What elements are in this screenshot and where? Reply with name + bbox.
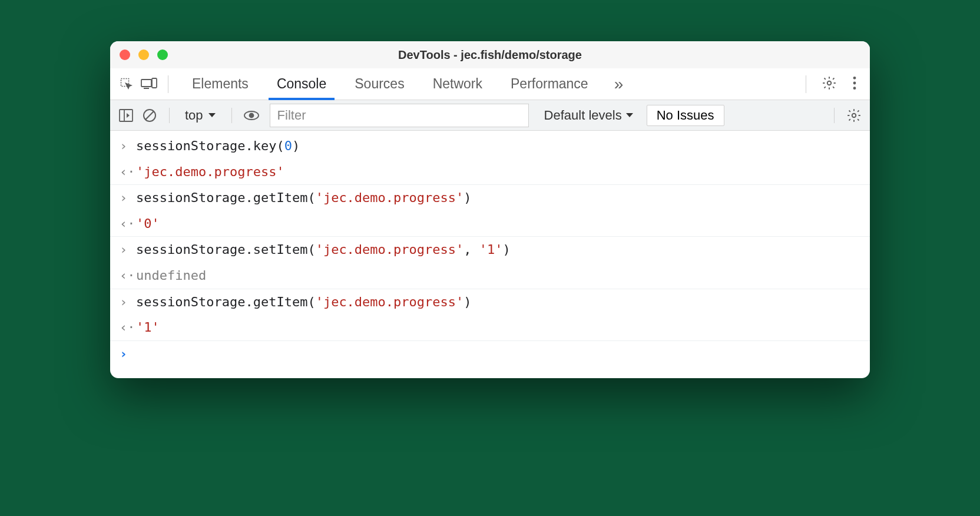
svg-rect-1: [141, 80, 151, 87]
console-gutter-icon: ›: [120, 186, 136, 210]
console-code: '1': [136, 316, 160, 339]
svg-line-11: [145, 111, 154, 120]
svg-rect-3: [152, 78, 157, 88]
context-label: top: [185, 108, 203, 123]
console-gutter-icon: ›: [120, 290, 136, 314]
console-gutter-icon: ›: [120, 342, 136, 366]
console-row-input: ›sessionStorage.getItem('jec.demo.progre…: [110, 185, 870, 211]
console-code: sessionStorage.getItem('jec.demo.progres…: [136, 290, 472, 314]
traffic-lights: [120, 49, 168, 60]
svg-point-13: [249, 113, 253, 117]
tab-console[interactable]: Console: [263, 68, 340, 100]
tab-elements[interactable]: Elements: [178, 68, 263, 100]
console-code: sessionStorage.key(0): [136, 134, 300, 158]
console-row-output: ‹·'jec.demo.progress': [110, 159, 870, 186]
console-code: undefined: [136, 264, 206, 287]
console-gutter-icon: ‹·: [120, 316, 136, 339]
clear-console-icon[interactable]: [140, 105, 160, 125]
execution-context-select[interactable]: top: [179, 107, 222, 124]
console-code: 'jec.demo.progress': [136, 160, 284, 184]
settings-gear-icon[interactable]: [816, 75, 843, 93]
divider: [231, 108, 232, 123]
console-gutter-icon: ›: [120, 134, 136, 158]
console-row-prompt: ›: [110, 341, 870, 367]
tab-performance[interactable]: Performance: [496, 68, 602, 100]
console-code: '0': [136, 212, 160, 236]
console-row-input: ›sessionStorage.getItem('jec.demo.progre…: [110, 289, 870, 315]
maximize-window-button[interactable]: [157, 49, 168, 60]
console-row-input: ›sessionStorage.key(0): [110, 133, 870, 159]
inspect-element-icon[interactable]: [117, 75, 136, 94]
console-code: sessionStorage.getItem('jec.demo.progres…: [136, 186, 472, 210]
issues-button[interactable]: No Issues: [647, 105, 724, 126]
console-row-output: ‹·'1': [110, 315, 870, 341]
device-toolbar-icon[interactable]: [140, 75, 158, 94]
console-gutter-icon: ›: [120, 238, 136, 262]
console-row-input: ›sessionStorage.setItem('jec.demo.progre…: [110, 237, 870, 263]
minimize-window-button[interactable]: [138, 49, 149, 60]
svg-rect-8: [120, 110, 133, 121]
svg-point-14: [852, 113, 856, 117]
console-gutter-icon: ‹·: [120, 264, 136, 287]
svg-point-6: [853, 81, 856, 84]
console-settings-gear-icon[interactable]: [844, 105, 864, 125]
window-title: DevTools - jec.fish/demo/storage: [110, 48, 870, 62]
console-output[interactable]: ›sessionStorage.key(0)‹·'jec.demo.progre…: [110, 131, 870, 378]
console-code: sessionStorage.setItem('jec.demo.progres…: [136, 238, 511, 262]
console-filter-input[interactable]: [270, 104, 529, 127]
devtools-window: DevTools - jec.fish/demo/storage Element…: [110, 41, 870, 378]
console-row-output: ‹·'0': [110, 211, 870, 237]
svg-point-7: [853, 87, 856, 90]
divider: [806, 75, 806, 93]
tab-network[interactable]: Network: [419, 68, 496, 100]
levels-label: Default levels: [544, 108, 622, 123]
kebab-menu-icon[interactable]: [846, 75, 863, 93]
divider: [834, 108, 835, 123]
divider: [169, 108, 170, 123]
devtools-tabs: ElementsConsoleSourcesNetworkPerformance…: [110, 68, 870, 100]
divider: [168, 75, 168, 93]
svg-point-5: [853, 76, 856, 79]
titlebar: DevTools - jec.fish/demo/storage: [110, 41, 870, 68]
toggle-sidebar-icon[interactable]: [116, 105, 136, 125]
live-expression-icon[interactable]: [241, 105, 261, 125]
chevron-down-icon: [208, 113, 216, 118]
console-toolbar: top Default levels No Issues: [110, 100, 870, 131]
chevron-down-icon: [625, 113, 634, 118]
console-row-output: ‹·undefined: [110, 263, 870, 289]
console-gutter-icon: ‹·: [120, 160, 136, 184]
more-tabs-button[interactable]: »: [606, 75, 632, 94]
console-gutter-icon: ‹·: [120, 212, 136, 236]
tab-sources[interactable]: Sources: [340, 68, 418, 100]
log-levels-select[interactable]: Default levels: [544, 108, 634, 123]
close-window-button[interactable]: [120, 49, 130, 60]
svg-point-4: [827, 81, 832, 85]
